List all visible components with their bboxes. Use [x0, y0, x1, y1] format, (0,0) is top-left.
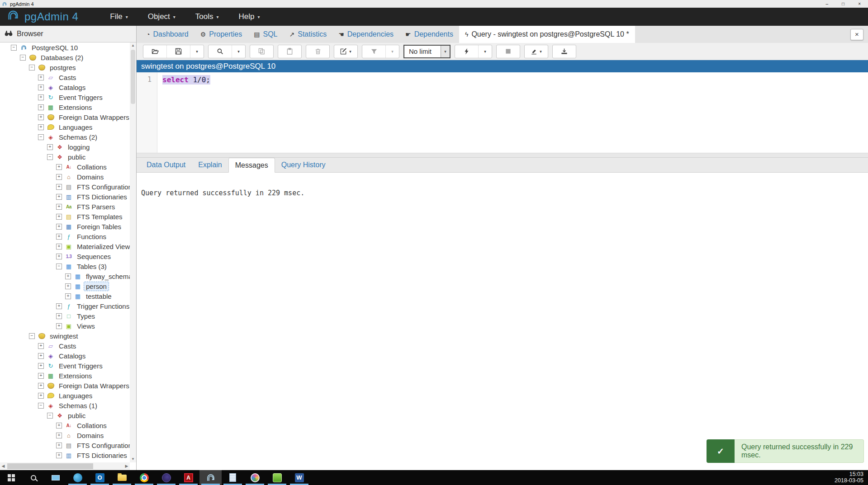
expand-icon[interactable]: + — [38, 94, 44, 100]
tree-item-languages[interactable]: +Languages — [0, 391, 130, 400]
menu-help[interactable]: Help▾ — [229, 9, 270, 25]
tree-item-casts[interactable]: +▱Casts — [0, 341, 130, 351]
tree-item-schemas-2[interactable]: −◈Schemas (2) — [0, 132, 130, 142]
tree-item-fts-parsers[interactable]: +AaFTS Parsers — [0, 202, 130, 212]
expand-icon[interactable]: + — [38, 353, 44, 359]
expand-icon[interactable]: + — [56, 433, 62, 438]
filter-menu-button[interactable]: ▾ — [385, 45, 399, 58]
collapse-icon[interactable]: − — [29, 333, 35, 339]
expand-icon[interactable]: + — [56, 313, 62, 319]
vertical-scroll-thumb[interactable] — [131, 50, 135, 104]
tree-item-foreign-data-wrappers[interactable]: +Foreign Data Wrappers — [0, 381, 130, 391]
tree-item-fts-configurations[interactable]: +▤FTS Configurations — [0, 440, 130, 450]
taskbar-thunderbird-button[interactable] — [66, 470, 89, 485]
expand-icon[interactable]: + — [56, 204, 62, 210]
panel-splitter[interactable] — [137, 153, 868, 158]
tree-item-fts-dictionaries[interactable]: +▥FTS Dictionaries — [0, 450, 130, 460]
expand-icon[interactable]: + — [38, 373, 44, 379]
success-toast[interactable]: ✓ Query returned successfully in 229 mse… — [707, 439, 864, 463]
tree-item-catalogs[interactable]: +◈Catalogs — [0, 351, 130, 361]
tree-item-foreign-data-wrappers[interactable]: +Foreign Data Wrappers — [0, 112, 130, 122]
expand-icon[interactable]: + — [56, 224, 62, 230]
tree-item-catalogs[interactable]: +◈Catalogs — [0, 82, 130, 92]
expand-icon[interactable]: + — [38, 114, 44, 120]
taskbar-task-view-button[interactable] — [44, 470, 66, 485]
tree-item-tables-3[interactable]: −▦Tables (3) — [0, 261, 130, 271]
sql-editor[interactable]: 1 select 1/0; — [137, 72, 868, 153]
tree-item-event-triggers[interactable]: +↻Event Triggers — [0, 361, 130, 371]
tree-item-fts-templates[interactable]: +▤FTS Templates — [0, 212, 130, 221]
menu-file[interactable]: File▾ — [100, 9, 138, 25]
expand-icon[interactable]: + — [56, 254, 62, 259]
expand-icon[interactable]: + — [38, 85, 44, 90]
tab-dashboard[interactable]: ◔Dashboard — [140, 26, 194, 43]
expand-icon[interactable]: + — [38, 75, 44, 80]
expand-icon[interactable]: + — [56, 164, 62, 170]
expand-icon[interactable]: + — [56, 244, 62, 250]
tree-item-postgres[interactable]: −postgres — [0, 62, 130, 72]
tree-item-schemas-1[interactable]: −◈Schemas (1) — [0, 400, 130, 410]
tree-vertical-scrollbar[interactable]: ▲ ▼ — [130, 42, 136, 462]
expand-icon[interactable]: + — [56, 234, 62, 240]
expand-icon[interactable]: + — [38, 363, 44, 369]
taskbar-adobe-reader-button[interactable]: A — [177, 470, 199, 485]
close-tab-button[interactable]: × — [850, 29, 863, 40]
scroll-down-icon[interactable]: ▼ — [130, 456, 136, 462]
output-tab-explain[interactable]: Explain — [192, 158, 228, 172]
taskbar-word-button[interactable]: W — [288, 470, 310, 485]
tree-item-functions[interactable]: +ƒFunctions — [0, 231, 130, 241]
expand-icon[interactable]: + — [56, 303, 62, 309]
taskbar-start-button[interactable] — [0, 470, 22, 485]
collapse-icon[interactable]: − — [20, 55, 26, 61]
expand-icon[interactable]: + — [38, 343, 44, 349]
expand-icon[interactable]: + — [38, 383, 44, 389]
expand-icon[interactable]: + — [56, 452, 62, 458]
expand-icon[interactable]: + — [47, 144, 53, 150]
paste-button[interactable] — [278, 45, 301, 58]
collapse-icon[interactable]: − — [38, 134, 44, 140]
menu-tools[interactable]: Tools▾ — [185, 9, 229, 25]
tree-item-postgresql-10[interactable]: −PostgreSQL 10 — [0, 42, 130, 52]
output-tab-messages[interactable]: Messages — [228, 158, 275, 173]
scroll-up-icon[interactable]: ▲ — [130, 42, 136, 49]
stop-query-button[interactable] — [497, 45, 520, 58]
edit-button[interactable]: ▾ — [334, 45, 357, 58]
menu-object[interactable]: Object▾ — [138, 9, 185, 25]
taskbar-search-button[interactable] — [22, 470, 44, 485]
expand-icon[interactable]: + — [38, 104, 44, 110]
maximize-window-icon[interactable]: □ — [842, 1, 844, 6]
tree-item-extensions[interactable]: +▦Extensions — [0, 371, 130, 381]
execute-query-button[interactable] — [455, 45, 478, 58]
expand-icon[interactable]: + — [65, 283, 71, 289]
delete-row-button[interactable] — [306, 45, 329, 58]
tree-horizontal-scrollbar[interactable]: ◀ ▶ — [0, 462, 130, 470]
tree-item-person[interactable]: +▦person — [0, 281, 130, 291]
tab-properties[interactable]: ⚙Properties — [194, 26, 248, 43]
expand-icon[interactable]: + — [56, 174, 62, 180]
tree-item-extensions[interactable]: +▦Extensions — [0, 102, 130, 112]
expand-icon[interactable]: + — [56, 323, 62, 329]
save-button[interactable] — [166, 45, 190, 58]
chevron-down-icon[interactable]: ▾ — [441, 46, 450, 57]
filter-button[interactable] — [362, 45, 385, 58]
download-results-button[interactable] — [553, 45, 576, 58]
tree-item-public[interactable]: −❖public — [0, 410, 130, 420]
tree-item-domains[interactable]: +⌂Domains — [0, 172, 130, 182]
tree-item-fts-dictionaries[interactable]: +▥FTS Dictionaries — [0, 192, 130, 202]
scroll-left-icon[interactable]: ◀ — [0, 462, 6, 470]
tree-item-casts[interactable]: +▱Casts — [0, 72, 130, 82]
taskbar-clock[interactable]: 15:03 2018-03-05 — [835, 470, 868, 485]
copy-button[interactable] — [250, 45, 273, 58]
collapse-icon[interactable]: − — [56, 264, 62, 269]
collapse-icon[interactable]: − — [47, 154, 53, 160]
taskbar-paint-button[interactable] — [244, 470, 266, 485]
tree-item-materialized-views[interactable]: +▣Materialized Views — [0, 241, 130, 251]
tree-item-views[interactable]: +▣Views — [0, 321, 130, 331]
taskbar-chrome-button[interactable] — [133, 470, 155, 485]
tree-item-domains[interactable]: +⌂Domains — [0, 430, 130, 440]
collapse-icon[interactable]: − — [38, 403, 44, 409]
minimize-window-icon[interactable]: – — [826, 1, 829, 6]
open-file-button[interactable] — [143, 45, 166, 58]
taskbar-file-explorer-button[interactable] — [111, 470, 133, 485]
save-menu-button[interactable]: ▾ — [190, 45, 204, 58]
